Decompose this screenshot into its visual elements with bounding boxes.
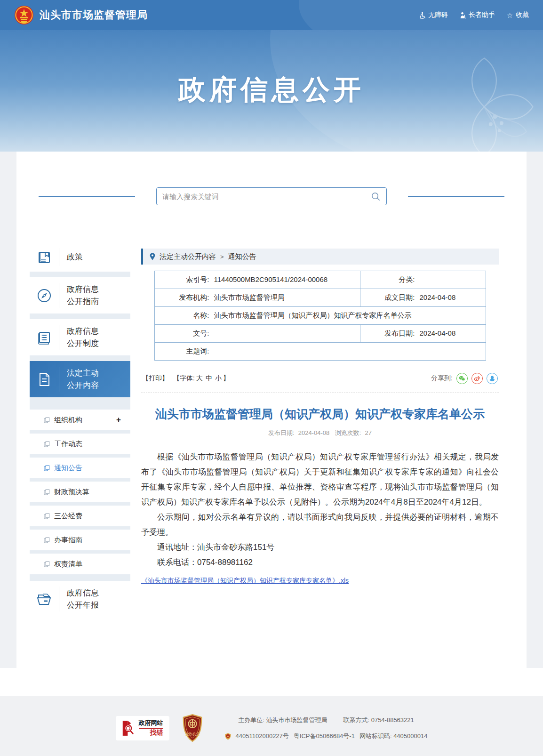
icp-record-number[interactable]: 粤ICP备05066684号-1 (294, 732, 355, 740)
page-background: 政策 政府信息公开指南 (0, 152, 543, 668)
share-qq-icon[interactable] (487, 373, 498, 384)
banner: 政府信息公开 (0, 30, 543, 152)
sidebar-item-annual-report[interactable]: 政府信息公开年报 (30, 581, 130, 617)
article-body: 根据《汕头市市场监督管理局（知识产权局）知识产权专家库管理暂行办法》相关规定，我… (141, 450, 499, 570)
search-box (156, 187, 387, 205)
article-paragraph: 通讯地址：汕头市金砂东路151号 (141, 540, 499, 555)
star-icon: ☆ (506, 12, 513, 19)
decor-line-right (408, 196, 504, 197)
breadcrumb-link-legal[interactable]: 法定主动公开内容 (160, 252, 216, 261)
search-input[interactable] (162, 193, 371, 201)
pages-icon (44, 513, 50, 519)
share-bar: 分享到: (431, 373, 498, 384)
submenu-item-service-guide[interactable]: 办事指南 (30, 530, 130, 550)
national-emblem-logo (14, 5, 34, 25)
submenu-item-work-news[interactable]: 工作动态 (30, 434, 130, 454)
site-identifier-code: 网站标识码: 4405000014 (359, 732, 428, 740)
article-paragraph: 公示期间，如对公示名单有异议的，请以书面形式向我局反映，并提供必要的证明材料，逾… (141, 510, 499, 540)
name-cell: 名称:汕头市市场监督管理局（知识产权局）知识产权专家库名单公示 (154, 307, 486, 325)
accessibility-link[interactable]: 无障碍 (419, 11, 448, 19)
font-size-controls: 【字体:大中小】 (173, 374, 230, 383)
submenu-item-organization[interactable]: 组织机构 + (30, 410, 130, 430)
table-row: 主题词: (154, 343, 486, 361)
sidebar-item-info-system[interactable]: 政府信息公开制度 (30, 319, 130, 355)
breadcrumb-separator: > (220, 253, 224, 260)
host-unit: 主办单位: 汕头市市场监督管理局 (238, 716, 327, 724)
submenu-item-budget[interactable]: 财政预决算 (30, 482, 130, 502)
footer-text: 主办单位: 汕头市市场监督管理局 联系方式: 0754-88563221 440… (225, 716, 428, 740)
sidebar-item-info-guide[interactable]: 政府信息公开指南 (30, 277, 130, 314)
favorite-label: 收藏 (516, 11, 529, 19)
index-cell: 索引号:11440500MB2C905141/2024-00068 (154, 271, 360, 289)
submenu-item-notices[interactable]: 通知公告 (30, 458, 130, 478)
document-icon (30, 371, 59, 387)
pages-icon (44, 561, 50, 567)
publish-date-value: 2024-04-08 (420, 329, 456, 337)
share-label: 分享到: (431, 374, 453, 383)
breadcrumb: 法定主动公开内容 > 通知公告 (141, 249, 499, 265)
article-title: 汕头市市场监督管理局（知识产权局）知识产权专家库名单公示 (141, 404, 499, 423)
attachment-row: 《汕头市市场监督管理局（知识产权局）知识产权专家库专家名单》.xls (141, 577, 499, 585)
breadcrumb-link-notices[interactable]: 通知公告 (228, 252, 256, 261)
sidebar: 政策 政府信息公开指南 (30, 242, 130, 617)
contact-info: 联系方式: 0754-88563221 (343, 716, 414, 724)
finderr-line1: 政府网站 (139, 719, 163, 729)
font-size-small-button[interactable]: 小 (215, 374, 222, 382)
font-size-medium-button[interactable]: 中 (206, 374, 212, 382)
divider (59, 587, 59, 611)
written-date-value: 2024-04-08 (420, 293, 456, 301)
expand-plus-icon[interactable]: + (116, 415, 121, 425)
shield-badge-text: 党政机关 (185, 732, 200, 736)
share-weibo-icon[interactable] (471, 373, 483, 384)
folder-icon (30, 591, 59, 607)
sidebar-item-label: 政府信息公开指南 (67, 283, 104, 308)
keywords-label: 主题词: (158, 347, 209, 356)
sidebar-item-policy[interactable]: 政策 (30, 242, 130, 272)
finderr-line2: 找错 (139, 729, 163, 737)
police-record-number[interactable]: 44051102000227号 (236, 732, 289, 740)
divider (59, 283, 59, 308)
agency-value: 汕头市市场监督管理局 (214, 293, 285, 301)
category-cell: 分类: (360, 271, 486, 289)
divider (59, 367, 59, 392)
elder-assist-link[interactable]: 长者助手 (459, 11, 495, 19)
site-title: 汕头市市场监督管理局 (40, 8, 148, 22)
article-paragraph: 根据《汕头市市场监督管理局（知识产权局）知识产权专家库管理暂行办法》相关规定，我… (141, 450, 499, 510)
submenu-item-label: 三公经费 (54, 512, 82, 521)
topbar-links: 无障碍 长者助手 ☆ 收藏 (419, 11, 529, 19)
favorite-link[interactable]: ☆ 收藏 (506, 11, 529, 19)
party-government-shield-badge[interactable]: 党政机关 (182, 714, 203, 743)
print-button[interactable]: 【打印】 (142, 374, 168, 383)
share-wechat-icon[interactable] (456, 373, 468, 384)
publish-date-meta-value: 2024-04-08 (298, 429, 330, 436)
elder-assist-icon (459, 12, 466, 19)
font-size-large-button[interactable]: 大 (196, 374, 203, 382)
agency-cell: 发布机构:汕头市市场监督管理局 (154, 289, 360, 307)
agency-label: 发布机构: (158, 293, 209, 302)
decor-line-left (39, 196, 135, 197)
attachment-link[interactable]: 《汕头市市场监督管理局（知识产权局）知识产权专家库专家名单》.xls (141, 577, 349, 584)
font-size-prefix: 【字体: (173, 374, 195, 382)
compass-icon (30, 288, 59, 304)
search-icon[interactable] (371, 192, 381, 201)
search-row (16, 187, 527, 205)
table-row: 文号: 发布日期:2024-04-08 (154, 325, 486, 343)
article-paragraph: 联系电话：0754-88981162 (141, 555, 499, 570)
views-value: 27 (365, 429, 371, 436)
name-label: 名称: (158, 311, 209, 320)
divider (59, 248, 59, 266)
publish-date-meta-label: 发布日期: (268, 429, 295, 436)
submenu-item-three-public[interactable]: 三公经费 (30, 506, 130, 526)
sidebar-item-legal-disclosure[interactable]: 法定主动公开内容 (30, 361, 130, 397)
public-security-badge-icon (225, 733, 231, 740)
pages-icon (44, 417, 50, 423)
location-pin-icon (150, 253, 155, 260)
sidebar-submenu: 组织机构 + 工作动态 通知公告 (30, 403, 130, 581)
content-card: 政策 政府信息公开指南 (16, 152, 527, 668)
docno-cell: 文号: (154, 325, 360, 343)
site-error-report-badge[interactable]: 政府网站 找错 (116, 716, 169, 740)
submenu-item-responsibility-list[interactable]: 权责清单 (30, 554, 130, 574)
pages-icon (44, 489, 50, 495)
sidebar-item-label: 政府信息公开制度 (67, 325, 104, 350)
written-date-cell: 成文日期:2024-04-08 (360, 289, 486, 307)
